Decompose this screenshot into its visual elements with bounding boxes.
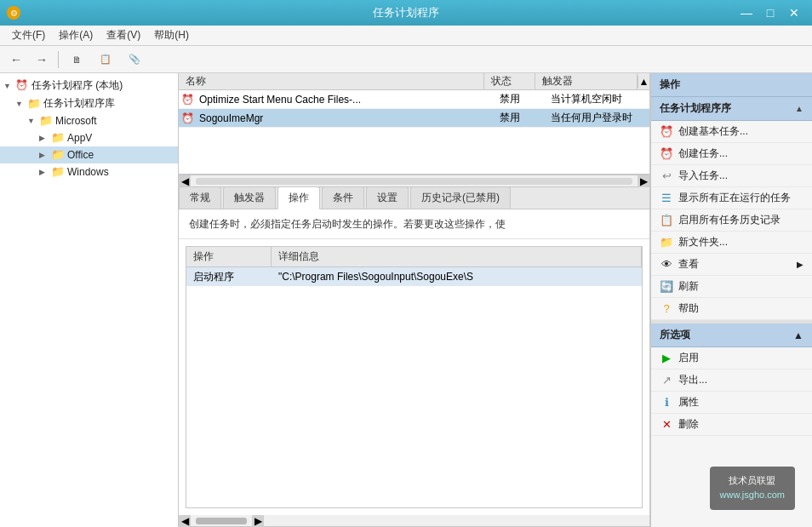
forward-button[interactable]: → bbox=[31, 49, 53, 70]
tree-label-appv: AppV bbox=[67, 132, 92, 144]
title-bar: ⚙ 任务计划程序 — □ ✕ bbox=[0, 0, 812, 26]
title-bar-left: ⚙ bbox=[7, 6, 20, 20]
left-tree-panel: ▼ ⏰ 任务计划程序 (本地) ▼ 📁 任务计划程序库 ▼ 📁 Microsof… bbox=[0, 73, 179, 527]
menu-file[interactable]: 文件(F) bbox=[5, 26, 52, 44]
task-row-0[interactable]: ⏰ Optimize Start Menu Cache Files-... 禁用… bbox=[179, 90, 649, 109]
action-cell-action-0: 启动程序 bbox=[186, 270, 272, 284]
action-import-task[interactable]: ↩ 导入任务... bbox=[651, 165, 812, 187]
action-delete[interactable]: ✕ 删除 bbox=[651, 414, 812, 436]
menu-action[interactable]: 操作(A) bbox=[52, 26, 100, 44]
tab-general[interactable]: 常规 bbox=[179, 186, 221, 209]
scroll-bottom-right[interactable]: ▶ bbox=[252, 515, 264, 527]
action-properties[interactable]: ℹ 属性 bbox=[651, 392, 812, 414]
action-export[interactable]: ↗ 导出... bbox=[651, 369, 812, 392]
tab-history[interactable]: 历史记录(已禁用) bbox=[410, 186, 511, 209]
task-status-0: 禁用 bbox=[496, 92, 547, 106]
col-name: 名称 bbox=[179, 73, 484, 90]
menu-help[interactable]: 帮助(H) bbox=[147, 26, 196, 44]
col-trigger: 触发器 bbox=[535, 73, 638, 90]
right-main-section-header: 操作 bbox=[651, 73, 812, 97]
tab-action[interactable]: 操作 bbox=[277, 186, 320, 209]
scroll-right-btn[interactable]: ▶ bbox=[638, 175, 649, 187]
folder-icon-office: 📁 bbox=[51, 148, 65, 162]
folder-icon-windows: 📁 bbox=[51, 165, 65, 179]
tree-item-windows[interactable]: ▶ 📁 Windows bbox=[0, 163, 178, 180]
folder-icon-lib: 📁 bbox=[27, 97, 41, 111]
enable-label: 启用 bbox=[678, 351, 699, 365]
right-selected-section-header: 所选项 ▲ bbox=[651, 324, 812, 347]
delete-icon: ✕ bbox=[660, 418, 673, 432]
task-row-1[interactable]: ⏰ SogouImeMgr 禁用 当任何用户登录时 bbox=[179, 109, 649, 128]
selected-collapse-arrow[interactable]: ▲ bbox=[793, 329, 803, 341]
action-table-header: 操作 详细信息 bbox=[186, 247, 642, 267]
action-refresh[interactable]: 🔄 刷新 bbox=[651, 276, 812, 298]
refresh-label: 刷新 bbox=[678, 279, 699, 294]
view-label: 查看 bbox=[678, 257, 699, 272]
tree-label-root: 任务计划程序 (本地) bbox=[31, 78, 123, 93]
menu-view[interactable]: 查看(V) bbox=[100, 26, 147, 44]
vscroll-track-bottom bbox=[196, 518, 247, 524]
toolbar-btn-3[interactable]: 🗎 bbox=[64, 49, 89, 70]
tree-label-lib: 任务计划程序库 bbox=[43, 96, 115, 111]
task-name-0: Optimize Start Menu Cache Files-... bbox=[196, 94, 496, 106]
enable-history-icon: 📋 bbox=[660, 214, 673, 227]
import-task-icon: ↩ bbox=[660, 169, 673, 183]
action-view[interactable]: 👁 查看 ▶ bbox=[651, 254, 812, 276]
new-folder-label: 新文件夹... bbox=[678, 235, 728, 249]
action-show-running[interactable]: ☰ 显示所有正在运行的任务 bbox=[651, 187, 812, 209]
list-scroll-up[interactable]: ▲ bbox=[638, 76, 649, 88]
tree-label-office: Office bbox=[67, 149, 94, 161]
view-arrow-icon: ▶ bbox=[797, 260, 803, 269]
help-label: 帮助 bbox=[678, 301, 699, 316]
action-col-detail: 详细信息 bbox=[272, 247, 642, 266]
minimize-button[interactable]: — bbox=[735, 4, 758, 21]
hscroll-track bbox=[196, 178, 632, 185]
scroll-left-btn[interactable]: ◀ bbox=[179, 175, 191, 187]
tree-item-root[interactable]: ▼ ⏰ 任务计划程序 (本地) bbox=[0, 77, 178, 95]
tree-item-appv[interactable]: ▶ 📁 AppV bbox=[0, 129, 178, 146]
action-enable-history[interactable]: 📋 启用所有任务历史记录 bbox=[651, 209, 812, 232]
main-area: ▼ ⏰ 任务计划程序 (本地) ▼ 📁 任务计划程序库 ▼ 📁 Microsof… bbox=[0, 73, 812, 527]
tree-item-office[interactable]: ▶ 📁 Office bbox=[0, 146, 178, 163]
create-basic-icon: ⏰ bbox=[660, 125, 673, 139]
scheduler-collapse-arrow[interactable]: ▲ bbox=[795, 104, 803, 113]
create-basic-label: 创建基本任务... bbox=[678, 124, 748, 139]
tree-label-microsoft: Microsoft bbox=[55, 115, 97, 127]
action-enable[interactable]: ▶ 启用 bbox=[651, 347, 812, 369]
create-task-label: 创建任务... bbox=[678, 146, 728, 161]
close-button[interactable]: ✕ bbox=[783, 4, 805, 21]
window-controls: — □ ✕ bbox=[735, 4, 805, 21]
toolbar-btn-4[interactable]: 📋 bbox=[93, 49, 118, 70]
hscroll-stub[interactable]: ◀ ▶ bbox=[179, 175, 649, 187]
tab-settings[interactable]: 设置 bbox=[366, 186, 409, 209]
detail-panel: 创建任务时，必须指定任务启动时发生的操作。若要更改这些操作，使 操作 详细信息 … bbox=[179, 209, 649, 515]
right-main-section-label: 操作 bbox=[660, 77, 680, 92]
tree-label-windows: Windows bbox=[67, 166, 109, 178]
action-row-0[interactable]: 启动程序 "C:\Program Files\SogouInput\SogouE… bbox=[186, 267, 642, 286]
app-icon: ⚙ bbox=[7, 6, 20, 20]
selected-actions-list: ▶ 启用 ↗ 导出... ℹ 属性 ✕ 删除 bbox=[651, 347, 812, 436]
right-scheduler-section-header: 任务计划程序序 ▲ bbox=[651, 97, 812, 121]
show-running-label: 显示所有正在运行的任务 bbox=[678, 191, 791, 205]
right-scheduler-label: 任务计划程序序 bbox=[660, 101, 731, 116]
help-icon: ? bbox=[660, 302, 673, 316]
toolbar-btn-5[interactable]: 📎 bbox=[122, 49, 147, 70]
action-new-folder[interactable]: 📁 新文件夹... bbox=[651, 232, 812, 254]
scheduler-actions-list: ⏰ 创建基本任务... ⏰ 创建任务... ↩ 导入任务... ☰ 显示所有正在… bbox=[651, 121, 812, 320]
toolbar: ← → 🗎 📋 📎 bbox=[0, 46, 812, 73]
vscroll-bottom-stub[interactable]: ◀ ▶ bbox=[179, 515, 649, 527]
tree-item-microsoft[interactable]: ▼ 📁 Microsoft bbox=[0, 112, 178, 129]
maximize-button[interactable]: □ bbox=[759, 4, 781, 21]
action-help[interactable]: ? 帮助 bbox=[651, 298, 812, 320]
action-create-basic[interactable]: ⏰ 创建基本任务... bbox=[651, 121, 812, 143]
action-cell-detail-0: "C:\Program Files\SogouInput\SogouExe\S bbox=[272, 271, 642, 283]
folder-icon-appv: 📁 bbox=[51, 131, 65, 145]
clock-icon: ⏰ bbox=[15, 79, 29, 93]
back-button[interactable]: ← bbox=[5, 49, 27, 70]
scroll-bottom-left[interactable]: ◀ bbox=[179, 515, 191, 527]
action-create-task[interactable]: ⏰ 创建任务... bbox=[651, 143, 812, 165]
properties-icon: ℹ bbox=[660, 396, 673, 410]
tab-trigger[interactable]: 触发器 bbox=[223, 186, 276, 209]
tab-condition[interactable]: 条件 bbox=[322, 186, 364, 209]
tree-item-lib[interactable]: ▼ 📁 任务计划程序库 bbox=[0, 95, 178, 112]
